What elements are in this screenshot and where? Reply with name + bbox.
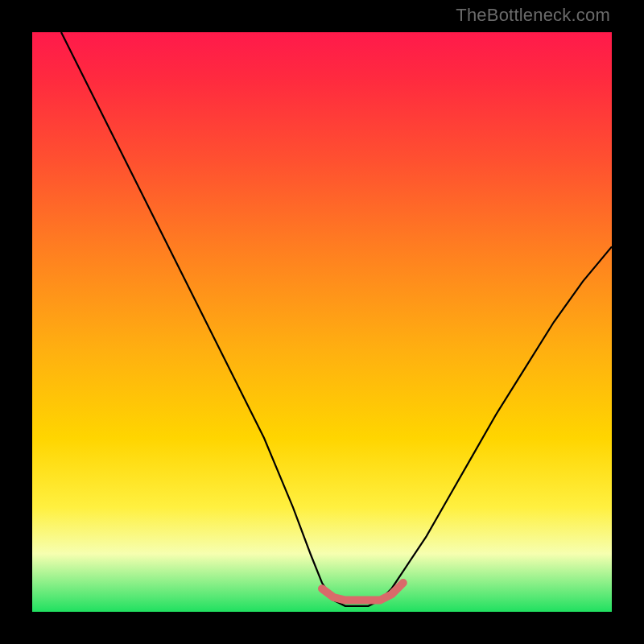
chart-frame: TheBottleneck.com bbox=[0, 0, 644, 644]
line-layer bbox=[32, 32, 612, 612]
plot-area bbox=[32, 32, 612, 612]
baseline-marker bbox=[322, 583, 403, 601]
primary-curve bbox=[61, 32, 612, 606]
watermark-text: TheBottleneck.com bbox=[456, 5, 610, 26]
